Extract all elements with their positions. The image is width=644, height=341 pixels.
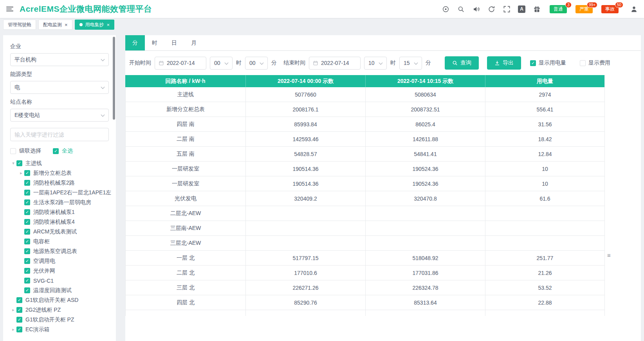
tree-checkbox[interactable]: ✓ [24, 248, 30, 254]
table-row[interactable]: 二层北-AEW [125, 206, 605, 221]
tree-checkbox[interactable]: ✓ [16, 307, 22, 313]
tree-item[interactable]: ✓ G1软启动开关柜 ASD [10, 295, 109, 305]
search-icon[interactable] [457, 5, 465, 13]
tree-expand-icon[interactable]: ▸ [18, 170, 24, 176]
table-row[interactable]: 一层 北 517797.15 518048.92 251.77 [125, 251, 605, 266]
tree-item-label: 消防喷淋机械泵1 [33, 209, 75, 216]
tree-item[interactable]: ✓ 电容柜 [10, 237, 109, 246]
volume-icon[interactable] [472, 5, 480, 13]
sidebar-field: 企业 平台机构 [10, 43, 109, 66]
window-tab[interactable]: 管理驾驶舱 × [3, 20, 36, 30]
table-row[interactable]: 三层北-AEW [125, 236, 605, 251]
tree-checkbox[interactable]: ✓ [24, 180, 30, 186]
export-button[interactable]: 导出 [487, 56, 521, 70]
tree-checkbox[interactable]: ✓ [24, 170, 30, 176]
window-tab[interactable]: 用电集抄 × [75, 20, 115, 30]
tree-filter-input[interactable] [10, 128, 109, 141]
start-hour-select[interactable]: 00 [210, 57, 233, 70]
tree-item[interactable]: ▸ ✓ 2G2进线柜 PZ [10, 305, 109, 315]
tree-item[interactable]: ✓ 温湿度回路测试 [10, 285, 109, 295]
tree-checkbox[interactable]: ✓ [24, 239, 30, 244]
user-icon[interactable] [630, 5, 638, 13]
field-select[interactable]: 电 [10, 81, 109, 94]
cascade-checkbox[interactable]: ✓ [10, 148, 16, 154]
period-tab[interactable]: 日 [164, 35, 184, 50]
period-tab[interactable]: 分 [125, 35, 145, 50]
tree-item[interactable]: ✓ 空调用电 [10, 256, 109, 266]
tree-checkbox[interactable]: ✓ [24, 278, 30, 284]
tree-item[interactable]: ✓ 消防栓机械泵2路 [10, 178, 109, 188]
table-row[interactable]: 主进线 5077660 5080634 2974 [125, 87, 605, 102]
tree-expand-icon[interactable]: ▸ [10, 327, 16, 332]
alarm-badge[interactable]: 事故 50 [601, 5, 619, 13]
tree-checkbox[interactable]: ✓ [16, 317, 22, 323]
font-size-icon[interactable]: A [518, 5, 525, 13]
tree-item[interactable]: ✓ 消防喷淋机械泵1 [10, 207, 109, 217]
tree-item[interactable]: ✓ 一层南1APE2右一层北1APE1左 [10, 188, 109, 197]
end-reading-cell: 190524.36 [366, 162, 485, 176]
tree-expand-icon[interactable]: ▾ [10, 161, 16, 166]
period-tab[interactable]: 月 [184, 35, 204, 50]
tree-item[interactable]: ✓ 光伏并网 [10, 266, 109, 276]
theme-icon[interactable] [442, 5, 449, 13]
end-minute-select[interactable]: 15 [399, 57, 422, 70]
select-all-checkbox[interactable]: ✓ [53, 148, 59, 154]
query-button[interactable]: 查询 [445, 56, 479, 70]
table-row[interactable] [125, 310, 605, 316]
tree-checkbox[interactable]: ✓ [16, 160, 22, 166]
close-icon[interactable]: × [65, 22, 68, 27]
table-row[interactable]: 光伏发电 320409.2 320470.8 61.6 [125, 191, 605, 206]
start-minute-select[interactable]: 00 [245, 57, 268, 70]
tree-checkbox[interactable]: ✓ [24, 219, 30, 225]
tree-checkbox[interactable]: ✓ [24, 287, 30, 293]
tree-checkbox[interactable]: ✓ [16, 327, 22, 332]
tree-item[interactable]: ✓ G1软启动开关柜 PZ [10, 315, 109, 325]
tree-checkbox[interactable]: ✓ [24, 268, 30, 274]
table-row[interactable]: 四层 北 85290.76 85313.64 22.88 [125, 295, 605, 310]
select-all-label[interactable]: 全选 [62, 147, 73, 154]
table-row[interactable]: 一层研发室 190514.36 190524.36 10 [125, 176, 605, 191]
close-icon[interactable]: × [107, 22, 110, 27]
refresh-icon[interactable] [487, 5, 495, 13]
tree-item[interactable]: ✓ ARCM无线表测试 [10, 227, 109, 237]
field-select[interactable]: 平台机构 [10, 53, 109, 66]
tree-expand-icon[interactable]: ▸ [10, 307, 16, 312]
table-drag-handle-icon[interactable]: ≡ [607, 252, 611, 258]
table-row[interactable]: 三层 北 226271.26 226324.78 53.52 [125, 280, 605, 295]
table-row[interactable]: 三层南-AEW [125, 221, 605, 236]
start-date-input[interactable]: 2022-07-14 [155, 57, 206, 70]
table-row[interactable]: 新增分立柜总表 2008176.1 2008732.51 556.41 [125, 102, 605, 117]
table-row[interactable]: 一层研发室 190514.36 190524.36 10 [125, 162, 605, 176]
tree-item[interactable]: ✓ 生活水泵2路一层弱电房 [10, 197, 109, 207]
tree-item[interactable]: ▸ ✓ 新增分立柜总表 [10, 168, 109, 178]
tree-checkbox[interactable]: ✓ [16, 297, 22, 303]
tree-checkbox[interactable]: ✓ [24, 199, 30, 205]
tree-checkbox[interactable]: ✓ [24, 190, 30, 196]
table-row[interactable]: 五层 南 54828.57 54841.41 12.84 [125, 147, 605, 162]
period-tab[interactable]: 时 [145, 35, 164, 50]
tree-checkbox[interactable]: ✓ [24, 258, 30, 264]
period-tab-label: 时 [152, 39, 157, 47]
sidebar-scrollbar[interactable] [113, 37, 115, 120]
end-hour-select[interactable]: 10 [364, 57, 387, 70]
show-energy-checkbox[interactable]: ✓ [530, 60, 536, 66]
end-date-input[interactable]: 2022-07-14 [309, 57, 361, 70]
menu-icon[interactable] [6, 7, 13, 11]
table-row[interactable]: 二层 南 142593.46 142611.88 18.42 [125, 132, 605, 147]
alarm-badge[interactable]: 严重 99+ [575, 5, 593, 13]
window-tab[interactable]: 配电监测 × [38, 20, 72, 30]
table-row[interactable]: 二层 北 177010.6 177031.86 21.26 [125, 266, 605, 280]
table-row[interactable]: 四层 南 85993.84 86025.4 31.56 [125, 117, 605, 132]
gift-icon[interactable] [533, 5, 541, 13]
tree-item[interactable]: ✓ 地源热泵空调总表 [10, 246, 109, 256]
tree-item[interactable]: ▸ ✓ EC演示箱 [10, 325, 109, 334]
show-cost-checkbox[interactable]: ✓ [580, 60, 586, 66]
fullscreen-icon[interactable] [503, 5, 511, 13]
tree-checkbox[interactable]: ✓ [24, 209, 30, 215]
field-select[interactable]: E楼变电站 [10, 109, 109, 122]
tree-item[interactable]: ▾ ✓ 主进线 [10, 158, 109, 168]
tree-item[interactable]: ✓ 消防喷淋机械泵4 [10, 217, 109, 227]
tree-item[interactable]: ✓ SVG-C1 [10, 276, 109, 285]
tree-checkbox[interactable]: ✓ [24, 229, 30, 235]
alarm-badge[interactable]: 普通 3 [550, 5, 567, 13]
